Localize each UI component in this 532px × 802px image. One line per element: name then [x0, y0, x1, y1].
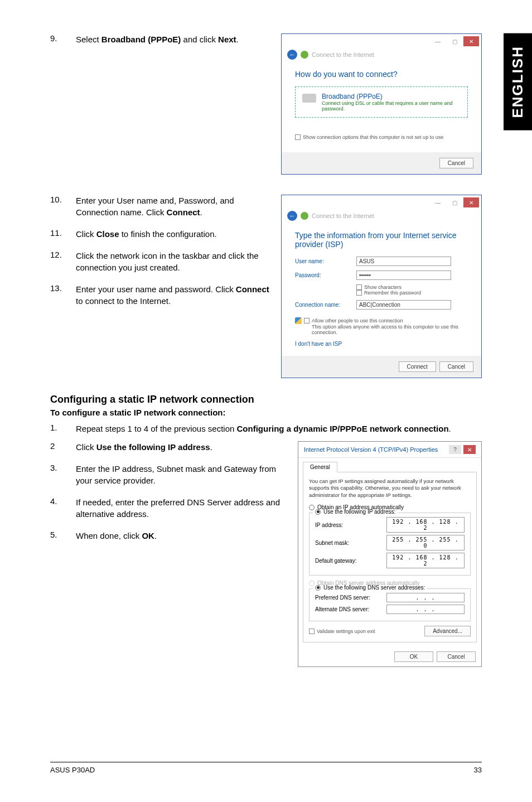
- allow-others-label: Allow other people to use this connectio…: [312, 318, 403, 323]
- connect-button[interactable]: Connect: [399, 361, 436, 372]
- t: Enter your user name and password. Click: [76, 284, 236, 294]
- t: .: [200, 207, 202, 217]
- checkbox[interactable]: [295, 134, 301, 140]
- broadband-option[interactable]: Broadband (PPPoE) Connect using DSL or c…: [295, 86, 468, 118]
- t: Close: [96, 229, 119, 239]
- language-tab: ENGLISH: [504, 33, 532, 131]
- checkbox[interactable]: [309, 629, 315, 634]
- step-text: Click Use the following IP address.: [76, 441, 287, 453]
- dialog-title: Connect to the Internet: [312, 212, 374, 219]
- connection-name-input[interactable]: ABC|Connection: [356, 300, 451, 310]
- alternate-dns-input[interactable]: . . .: [386, 605, 465, 614]
- step-text: Enter your User name and, Password, and …: [76, 195, 270, 218]
- gateway-label: Default gateway:: [315, 558, 357, 564]
- option-title: Broadband (PPPoE): [322, 93, 461, 100]
- close-icon[interactable]: ✕: [463, 36, 479, 46]
- t: Enter your User name and, Password, and …: [76, 196, 234, 217]
- step-text: When done, click OK.: [76, 530, 287, 542]
- radio: [309, 581, 315, 586]
- ok-button[interactable]: OK: [394, 651, 433, 662]
- connect-dialog-2: — ▢ ✕ ← Connect to the Internet Type the…: [281, 195, 482, 378]
- globe-icon: [301, 51, 308, 59]
- back-icon[interactable]: ←: [287, 211, 297, 221]
- step-number: 13.: [50, 283, 76, 307]
- t: .: [449, 424, 451, 433]
- username-label: User name:: [295, 258, 356, 264]
- step-number: 1.: [50, 423, 76, 434]
- allow-others-desc: This option allows anyone with access to…: [312, 324, 468, 335]
- password-input[interactable]: ••••••: [356, 270, 451, 280]
- step-text: Click Close to finish the configuration.: [76, 228, 270, 240]
- step-number: 10.: [50, 195, 76, 218]
- dialog-header: ← Connect to the Internet: [282, 210, 481, 225]
- minimize-icon[interactable]: —: [430, 36, 446, 46]
- step-number: 11.: [50, 228, 76, 240]
- shield-icon: [295, 317, 302, 324]
- t: OK: [142, 531, 154, 540]
- t: .: [154, 531, 157, 540]
- footer-page: 33: [474, 766, 482, 774]
- checkbox[interactable]: [356, 290, 362, 296]
- checkbox[interactable]: [304, 318, 309, 323]
- step-text: Enter the IP address, Subnet mask and Ga…: [76, 463, 287, 486]
- subnet-mask-input[interactable]: 255 . 255 . 255 . 0: [386, 535, 465, 550]
- connection-name-label: Connection name:: [295, 302, 356, 308]
- show-chars-label: Show characters: [364, 284, 402, 290]
- checkbox[interactable]: [356, 284, 362, 290]
- preferred-dns-label: Preferred DNS server:: [315, 595, 370, 601]
- section-subheading: To configure a static IP network connect…: [50, 408, 482, 417]
- preferred-dns-input[interactable]: . . .: [386, 593, 465, 602]
- advanced-button[interactable]: Advanced...: [424, 626, 471, 636]
- connect-dialog-1: — ▢ ✕ ← Connect to the Internet How do y…: [281, 33, 482, 175]
- step-text: Enter your user name and password. Click…: [76, 283, 270, 307]
- username-input[interactable]: ASUS: [356, 257, 451, 266]
- dialog-heading: How do you want to connect?: [295, 70, 468, 79]
- page-content: 9. Select Broadband (PPPoE) and click Ne…: [0, 0, 532, 689]
- step-number: 4.: [50, 496, 76, 520]
- dialog-heading: Type the information from your Internet …: [295, 231, 468, 249]
- t: Connect: [236, 284, 269, 294]
- t: Configuring a dynamic IP/PPPoE network c…: [237, 424, 449, 433]
- password-label: Password:: [295, 272, 356, 278]
- minimize-icon[interactable]: —: [430, 197, 446, 207]
- title-bar: — ▢ ✕: [282, 34, 481, 49]
- step-number: 9.: [50, 33, 76, 45]
- step-text: If needed, enter the preferred DNS Serve…: [76, 496, 287, 520]
- t: Select: [76, 35, 101, 44]
- step-text: Click the network icon in the taskbar an…: [76, 250, 270, 273]
- maximize-icon[interactable]: ▢: [447, 36, 462, 46]
- help-icon[interactable]: ?: [449, 445, 461, 454]
- modem-icon: [302, 94, 316, 103]
- t: Next: [218, 35, 236, 44]
- validate-label: Validate settings upon exit: [317, 629, 375, 634]
- ip-address-label: IP address:: [315, 522, 343, 528]
- t: Click: [76, 229, 96, 239]
- t: Broadband (PPPoE): [101, 35, 181, 44]
- step-number: 5.: [50, 530, 76, 542]
- option-desc: Connect using DSL or cable that requires…: [322, 100, 461, 112]
- maximize-icon[interactable]: ▢: [447, 197, 462, 207]
- radio[interactable]: [315, 585, 321, 591]
- dialog-title: Connect to the Internet: [312, 51, 374, 58]
- t: Click: [76, 442, 96, 452]
- gateway-input[interactable]: 192 . 168 . 128 . 2: [386, 553, 465, 568]
- cancel-button[interactable]: Cancel: [437, 651, 476, 662]
- radio[interactable]: [315, 509, 321, 515]
- close-icon[interactable]: ✕: [463, 197, 479, 207]
- ipv4-title: Internet Protocol Version 4 (TCP/IPv4) P…: [304, 446, 438, 453]
- general-tab[interactable]: General: [303, 462, 337, 472]
- step-number: 12.: [50, 250, 76, 273]
- no-isp-link[interactable]: I don't have an ISP: [295, 341, 342, 347]
- radio[interactable]: [309, 505, 315, 510]
- t: Connect: [167, 207, 200, 217]
- back-icon[interactable]: ←: [287, 50, 297, 60]
- cancel-button[interactable]: Cancel: [439, 158, 473, 168]
- t: to connect to the Internet.: [76, 296, 171, 306]
- globe-icon: [301, 212, 308, 220]
- step-number: 2: [50, 441, 76, 453]
- t: Repeat steps 1 to 4 of the previous sect…: [76, 424, 237, 433]
- ip-address-input[interactable]: 192 . 168 . 128 . 2: [386, 517, 465, 533]
- cancel-button[interactable]: Cancel: [439, 361, 473, 372]
- use-following-label: Use the following IP address:: [323, 509, 395, 515]
- close-icon[interactable]: ✕: [463, 445, 476, 454]
